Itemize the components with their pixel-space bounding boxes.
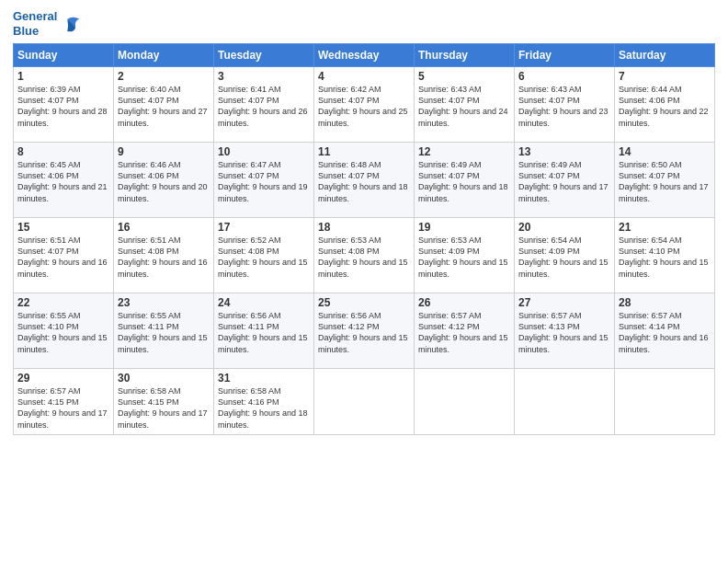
calendar-cell: 30 Sunrise: 6:58 AM Sunset: 4:15 PM Dayl… <box>114 369 214 435</box>
day-number: 5 <box>418 70 510 83</box>
cell-info: Sunrise: 6:48 AM Sunset: 4:07 PM Dayligh… <box>318 159 410 204</box>
cell-info: Sunrise: 6:53 AM Sunset: 4:08 PM Dayligh… <box>318 235 410 280</box>
day-header-monday: Monday <box>114 44 214 67</box>
calendar-cell: 3 Sunrise: 6:41 AM Sunset: 4:07 PM Dayli… <box>214 67 314 143</box>
day-number: 20 <box>518 221 610 234</box>
cell-info: Sunrise: 6:52 AM Sunset: 4:08 PM Dayligh… <box>218 235 310 280</box>
calendar-cell: 7 Sunrise: 6:44 AM Sunset: 4:06 PM Dayli… <box>615 67 715 143</box>
cell-info: Sunrise: 6:51 AM Sunset: 4:08 PM Dayligh… <box>118 235 210 280</box>
cell-info: Sunrise: 6:57 AM Sunset: 4:14 PM Dayligh… <box>619 310 711 355</box>
cell-info: Sunrise: 6:55 AM Sunset: 4:11 PM Dayligh… <box>118 310 210 355</box>
cell-info: Sunrise: 6:49 AM Sunset: 4:07 PM Dayligh… <box>418 159 510 204</box>
cell-info: Sunrise: 6:47 AM Sunset: 4:07 PM Dayligh… <box>218 159 310 204</box>
day-number: 2 <box>118 70 210 83</box>
cell-info: Sunrise: 6:56 AM Sunset: 4:12 PM Dayligh… <box>318 310 410 355</box>
day-header-friday: Friday <box>515 44 615 67</box>
cell-info: Sunrise: 6:55 AM Sunset: 4:10 PM Dayligh… <box>17 310 109 355</box>
calendar-cell: 26 Sunrise: 6:57 AM Sunset: 4:12 PM Dayl… <box>415 293 515 369</box>
calendar-cell: 9 Sunrise: 6:46 AM Sunset: 4:06 PM Dayli… <box>114 143 214 218</box>
day-number: 12 <box>418 145 510 158</box>
day-number: 17 <box>218 221 310 234</box>
day-number: 26 <box>418 296 510 309</box>
logo: General Blue <box>13 9 81 38</box>
day-number: 22 <box>17 296 109 309</box>
cell-info: Sunrise: 6:43 AM Sunset: 4:07 PM Dayligh… <box>518 84 610 129</box>
calendar-cell: 13 Sunrise: 6:49 AM Sunset: 4:07 PM Dayl… <box>515 143 615 218</box>
cell-info: Sunrise: 6:51 AM Sunset: 4:07 PM Dayligh… <box>17 235 109 280</box>
day-number: 24 <box>218 296 310 309</box>
calendar-cell: 12 Sunrise: 6:49 AM Sunset: 4:07 PM Dayl… <box>415 143 515 218</box>
calendar-cell: 4 Sunrise: 6:42 AM Sunset: 4:07 PM Dayli… <box>314 67 415 143</box>
day-number: 15 <box>17 221 109 234</box>
day-header-thursday: Thursday <box>415 44 515 67</box>
cell-info: Sunrise: 6:49 AM Sunset: 4:07 PM Dayligh… <box>518 159 610 204</box>
day-number: 6 <box>518 70 610 83</box>
day-number: 11 <box>318 145 410 158</box>
cell-info: Sunrise: 6:42 AM Sunset: 4:07 PM Dayligh… <box>318 84 410 129</box>
cell-info: Sunrise: 6:40 AM Sunset: 4:07 PM Dayligh… <box>118 84 210 129</box>
day-number: 29 <box>17 372 109 385</box>
calendar-cell: 31 Sunrise: 6:58 AM Sunset: 4:16 PM Dayl… <box>214 369 314 435</box>
calendar-cell: 20 Sunrise: 6:54 AM Sunset: 4:09 PM Dayl… <box>515 218 615 293</box>
day-number: 23 <box>118 296 210 309</box>
calendar-cell <box>314 369 415 435</box>
page-header: General Blue <box>13 9 715 38</box>
calendar-cell: 23 Sunrise: 6:55 AM Sunset: 4:11 PM Dayl… <box>114 293 214 369</box>
calendar-cell: 16 Sunrise: 6:51 AM Sunset: 4:08 PM Dayl… <box>114 218 214 293</box>
day-number: 28 <box>619 296 711 309</box>
day-number: 19 <box>418 221 510 234</box>
calendar-cell: 19 Sunrise: 6:53 AM Sunset: 4:09 PM Dayl… <box>415 218 515 293</box>
day-header-wednesday: Wednesday <box>314 44 415 67</box>
calendar-cell: 29 Sunrise: 6:57 AM Sunset: 4:15 PM Dayl… <box>14 369 114 435</box>
header-row: SundayMondayTuesdayWednesdayThursdayFrid… <box>14 44 715 67</box>
calendar-cell: 8 Sunrise: 6:45 AM Sunset: 4:06 PM Dayli… <box>14 143 114 218</box>
day-number: 1 <box>17 70 109 83</box>
cell-info: Sunrise: 6:57 AM Sunset: 4:12 PM Dayligh… <box>418 310 510 355</box>
calendar-cell: 18 Sunrise: 6:53 AM Sunset: 4:08 PM Dayl… <box>314 218 415 293</box>
calendar-cell: 25 Sunrise: 6:56 AM Sunset: 4:12 PM Dayl… <box>314 293 415 369</box>
day-number: 25 <box>318 296 410 309</box>
day-number: 7 <box>619 70 711 83</box>
cell-info: Sunrise: 6:46 AM Sunset: 4:06 PM Dayligh… <box>118 159 210 204</box>
cell-info: Sunrise: 6:54 AM Sunset: 4:09 PM Dayligh… <box>518 235 610 280</box>
calendar-cell: 28 Sunrise: 6:57 AM Sunset: 4:14 PM Dayl… <box>615 293 715 369</box>
calendar-cell: 11 Sunrise: 6:48 AM Sunset: 4:07 PM Dayl… <box>314 143 415 218</box>
cell-info: Sunrise: 6:56 AM Sunset: 4:11 PM Dayligh… <box>218 310 310 355</box>
day-number: 3 <box>218 70 310 83</box>
day-header-sunday: Sunday <box>14 44 114 67</box>
calendar-cell: 2 Sunrise: 6:40 AM Sunset: 4:07 PM Dayli… <box>114 67 214 143</box>
calendar-cell: 1 Sunrise: 6:39 AM Sunset: 4:07 PM Dayli… <box>14 67 114 143</box>
day-header-tuesday: Tuesday <box>214 44 314 67</box>
cell-info: Sunrise: 6:45 AM Sunset: 4:06 PM Dayligh… <box>17 159 109 204</box>
day-number: 10 <box>218 145 310 158</box>
day-number: 16 <box>118 221 210 234</box>
calendar-cell: 10 Sunrise: 6:47 AM Sunset: 4:07 PM Dayl… <box>214 143 314 218</box>
cell-info: Sunrise: 6:57 AM Sunset: 4:13 PM Dayligh… <box>518 310 610 355</box>
calendar-cell: 21 Sunrise: 6:54 AM Sunset: 4:10 PM Dayl… <box>615 218 715 293</box>
day-number: 8 <box>17 145 109 158</box>
day-number: 9 <box>118 145 210 158</box>
day-number: 21 <box>619 221 711 234</box>
logo-text: General Blue <box>13 9 57 38</box>
cell-info: Sunrise: 6:57 AM Sunset: 4:15 PM Dayligh… <box>17 385 109 431</box>
calendar-cell: 22 Sunrise: 6:55 AM Sunset: 4:10 PM Dayl… <box>14 293 114 369</box>
cell-info: Sunrise: 6:53 AM Sunset: 4:09 PM Dayligh… <box>418 235 510 280</box>
day-number: 13 <box>518 145 610 158</box>
day-number: 27 <box>518 296 610 309</box>
cell-info: Sunrise: 6:58 AM Sunset: 4:16 PM Dayligh… <box>218 385 310 431</box>
day-number: 4 <box>318 70 410 83</box>
calendar-cell <box>515 369 615 435</box>
calendar-cell: 17 Sunrise: 6:52 AM Sunset: 4:08 PM Dayl… <box>214 218 314 293</box>
calendar-cell: 24 Sunrise: 6:56 AM Sunset: 4:11 PM Dayl… <box>214 293 314 369</box>
calendar-cell: 27 Sunrise: 6:57 AM Sunset: 4:13 PM Dayl… <box>515 293 615 369</box>
cell-info: Sunrise: 6:41 AM Sunset: 4:07 PM Dayligh… <box>218 84 310 129</box>
cell-info: Sunrise: 6:54 AM Sunset: 4:10 PM Dayligh… <box>619 235 711 280</box>
cell-info: Sunrise: 6:43 AM Sunset: 4:07 PM Dayligh… <box>418 84 510 129</box>
calendar-cell <box>415 369 515 435</box>
calendar-table: SundayMondayTuesdayWednesdayThursdayFrid… <box>13 43 715 435</box>
calendar-cell: 15 Sunrise: 6:51 AM Sunset: 4:07 PM Dayl… <box>14 218 114 293</box>
cell-info: Sunrise: 6:39 AM Sunset: 4:07 PM Dayligh… <box>17 84 109 129</box>
calendar-cell: 5 Sunrise: 6:43 AM Sunset: 4:07 PM Dayli… <box>415 67 515 143</box>
day-number: 31 <box>218 372 310 385</box>
page-container: General Blue SundayMondayTuesdayWednesda… <box>0 0 728 563</box>
